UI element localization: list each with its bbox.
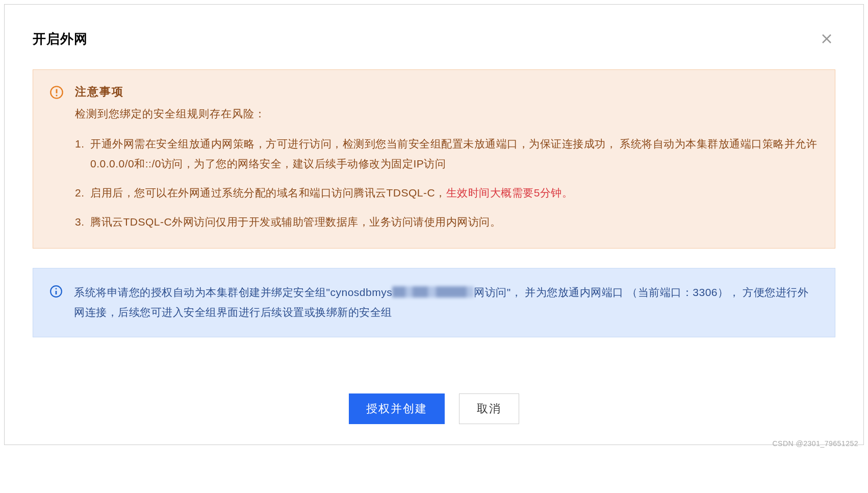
cancel-button[interactable]: 取消 [459,393,519,424]
svg-point-6 [56,288,57,290]
warning-item-2-highlight: 生效时间大概需要5分钟。 [446,187,573,199]
warning-box: 注意事项 检测到您绑定的安全组规则存在风险： 开通外网需在安全组放通内网策略，方… [33,69,835,249]
warning-item-1: 开通外网需在安全组放通内网策略，方可进行访问，检测到您当前安全组配置未放通端口，… [75,134,819,174]
enable-external-dialog: 开启外网 注意事项 检测到您绑定的安全组规则存在风险： 开通外网需在安全组放通内… [4,4,864,445]
warning-item-3: 腾讯云TDSQL-C外网访问仅用于开发或辅助管理数据库，业务访问请使用内网访问。 [75,212,819,232]
info-icon [49,285,63,298]
watermark: CSDN @2301_79651252 [773,439,859,448]
info-line2-prefix: （当前端口： [627,286,693,298]
warning-heading: 注意事项 [75,84,819,100]
dialog-title: 开启外网 [33,30,835,48]
warning-icon [49,85,64,100]
svg-point-4 [56,94,57,96]
redacted-text [392,286,474,298]
info-port: 3306 [693,286,718,298]
close-icon [821,33,833,45]
warning-item-2-prefix: 启用后，您可以在外网通过系统分配的域名和端口访问腾讯云TDSQL-C， [90,187,446,199]
warning-item-2: 启用后，您可以在外网通过系统分配的域名和端口访问腾讯云TDSQL-C，生效时间大… [75,183,819,203]
authorize-create-button[interactable]: 授权并创建 [349,393,445,424]
info-line1-suffix: 网访问"， 并为您放通内网端口 [474,286,624,298]
warning-content: 注意事项 检测到您绑定的安全组规则存在风险： 开通外网需在安全组放通内网策略，方… [75,84,819,232]
close-button[interactable] [818,30,835,47]
button-row: 授权并创建 取消 [33,393,835,424]
warning-list: 开通外网需在安全组放通内网策略，方可进行访问，检测到您当前安全组配置未放通端口，… [75,134,819,232]
warning-subtitle: 检测到您绑定的安全组规则存在风险： [75,107,819,121]
info-line1-prefix: 系统将申请您的授权自动为本集群创建并绑定安全组"cynosdbmys [74,286,392,298]
info-text: 系统将申请您的授权自动为本集群创建并绑定安全组"cynosdbmys网访问"， … [74,283,819,323]
info-box: 系统将申请您的授权自动为本集群创建并绑定安全组"cynosdbmys网访问"， … [33,268,835,337]
